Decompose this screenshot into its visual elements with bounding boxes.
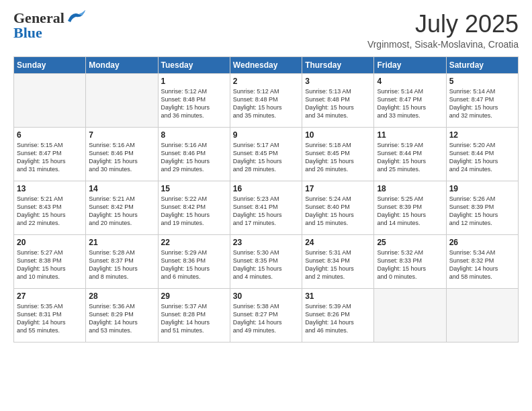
table-row: 18Sunrise: 5:25 AM Sunset: 8:39 PM Dayli… bbox=[374, 181, 446, 234]
day-number: 6 bbox=[17, 130, 83, 140]
cell-content: Sunrise: 5:19 AM Sunset: 8:44 PM Dayligh… bbox=[377, 141, 443, 174]
header-friday: Friday bbox=[374, 56, 446, 73]
calendar-week-row: 13Sunrise: 5:21 AM Sunset: 8:43 PM Dayli… bbox=[14, 181, 519, 234]
day-number: 20 bbox=[17, 238, 83, 247]
table-row: 25Sunrise: 5:32 AM Sunset: 8:33 PM Dayli… bbox=[374, 234, 446, 288]
day-number: 19 bbox=[449, 184, 515, 193]
cell-content: Sunrise: 5:14 AM Sunset: 8:47 PM Dayligh… bbox=[377, 87, 443, 120]
table-row: 12Sunrise: 5:20 AM Sunset: 8:44 PM Dayli… bbox=[446, 127, 518, 181]
cell-content: Sunrise: 5:31 AM Sunset: 8:34 PM Dayligh… bbox=[305, 248, 371, 281]
table-row: 23Sunrise: 5:30 AM Sunset: 8:35 PM Dayli… bbox=[230, 234, 302, 288]
day-number: 30 bbox=[233, 291, 299, 301]
cell-content: Sunrise: 5:36 AM Sunset: 8:29 PM Dayligh… bbox=[89, 302, 154, 335]
table-row: 1Sunrise: 5:12 AM Sunset: 8:48 PM Daylig… bbox=[158, 73, 230, 127]
day-number: 2 bbox=[233, 77, 299, 86]
month-year: July 2025 bbox=[367, 11, 519, 38]
table-row: 10Sunrise: 5:18 AM Sunset: 8:45 PM Dayli… bbox=[302, 127, 374, 181]
table-row: 19Sunrise: 5:26 AM Sunset: 8:39 PM Dayli… bbox=[446, 181, 518, 234]
calendar-week-row: 27Sunrise: 5:35 AM Sunset: 8:31 PM Dayli… bbox=[14, 288, 519, 342]
table-row bbox=[374, 288, 446, 342]
header: General Blue July 2025 Vrginmost, Sisak-… bbox=[13, 11, 519, 50]
table-row: 3Sunrise: 5:13 AM Sunset: 8:48 PM Daylig… bbox=[302, 73, 374, 127]
cell-content: Sunrise: 5:22 AM Sunset: 8:42 PM Dayligh… bbox=[161, 195, 227, 228]
table-row: 7Sunrise: 5:16 AM Sunset: 8:46 PM Daylig… bbox=[86, 127, 158, 181]
table-row: 27Sunrise: 5:35 AM Sunset: 8:31 PM Dayli… bbox=[14, 288, 86, 342]
header-tuesday: Tuesday bbox=[158, 56, 230, 73]
title-block: July 2025 Vrginmost, Sisak-Moslavina, Cr… bbox=[367, 11, 519, 50]
page: General Blue July 2025 Vrginmost, Sisak-… bbox=[0, 0, 532, 411]
table-row: 8Sunrise: 5:16 AM Sunset: 8:46 PM Daylig… bbox=[158, 127, 230, 181]
table-row: 5Sunrise: 5:14 AM Sunset: 8:47 PM Daylig… bbox=[446, 73, 518, 127]
table-row: 2Sunrise: 5:12 AM Sunset: 8:48 PM Daylig… bbox=[230, 73, 302, 127]
day-number: 26 bbox=[449, 238, 515, 247]
day-number: 21 bbox=[89, 238, 154, 247]
day-number: 7 bbox=[89, 130, 154, 140]
cell-content: Sunrise: 5:25 AM Sunset: 8:39 PM Dayligh… bbox=[377, 195, 443, 228]
day-number: 14 bbox=[89, 184, 154, 193]
day-number: 4 bbox=[377, 77, 443, 86]
table-row: 22Sunrise: 5:29 AM Sunset: 8:36 PM Dayli… bbox=[158, 234, 230, 288]
cell-content: Sunrise: 5:18 AM Sunset: 8:45 PM Dayligh… bbox=[305, 141, 371, 174]
day-number: 17 bbox=[305, 184, 371, 193]
table-row: 9Sunrise: 5:17 AM Sunset: 8:45 PM Daylig… bbox=[230, 127, 302, 181]
cell-content: Sunrise: 5:34 AM Sunset: 8:32 PM Dayligh… bbox=[449, 248, 515, 281]
cell-content: Sunrise: 5:32 AM Sunset: 8:33 PM Dayligh… bbox=[377, 248, 443, 281]
cell-content: Sunrise: 5:21 AM Sunset: 8:42 PM Dayligh… bbox=[89, 195, 154, 228]
day-number: 9 bbox=[233, 130, 299, 140]
cell-content: Sunrise: 5:28 AM Sunset: 8:37 PM Dayligh… bbox=[89, 248, 154, 281]
day-number: 24 bbox=[305, 238, 371, 247]
cell-content: Sunrise: 5:16 AM Sunset: 8:46 PM Dayligh… bbox=[161, 141, 227, 174]
cell-content: Sunrise: 5:35 AM Sunset: 8:31 PM Dayligh… bbox=[17, 302, 83, 335]
cell-content: Sunrise: 5:27 AM Sunset: 8:38 PM Dayligh… bbox=[17, 248, 83, 281]
cell-content: Sunrise: 5:37 AM Sunset: 8:28 PM Dayligh… bbox=[161, 302, 227, 335]
cell-content: Sunrise: 5:26 AM Sunset: 8:39 PM Dayligh… bbox=[449, 195, 515, 228]
table-row: 20Sunrise: 5:27 AM Sunset: 8:38 PM Dayli… bbox=[14, 234, 86, 288]
table-row: 14Sunrise: 5:21 AM Sunset: 8:42 PM Dayli… bbox=[86, 181, 158, 234]
day-number: 29 bbox=[161, 291, 227, 301]
table-row bbox=[446, 288, 518, 342]
cell-content: Sunrise: 5:23 AM Sunset: 8:41 PM Dayligh… bbox=[233, 195, 299, 228]
table-row: 26Sunrise: 5:34 AM Sunset: 8:32 PM Dayli… bbox=[446, 234, 518, 288]
cell-content: Sunrise: 5:13 AM Sunset: 8:48 PM Dayligh… bbox=[305, 87, 371, 120]
day-number: 11 bbox=[377, 130, 443, 140]
day-number: 25 bbox=[377, 238, 443, 247]
cell-content: Sunrise: 5:38 AM Sunset: 8:27 PM Dayligh… bbox=[233, 302, 299, 335]
day-number: 28 bbox=[89, 291, 154, 301]
day-number: 12 bbox=[449, 130, 515, 140]
day-number: 13 bbox=[17, 184, 83, 193]
calendar-week-row: 1Sunrise: 5:12 AM Sunset: 8:48 PM Daylig… bbox=[14, 73, 519, 127]
cell-content: Sunrise: 5:39 AM Sunset: 8:26 PM Dayligh… bbox=[305, 302, 371, 335]
cell-content: Sunrise: 5:12 AM Sunset: 8:48 PM Dayligh… bbox=[233, 87, 299, 120]
cell-content: Sunrise: 5:30 AM Sunset: 8:35 PM Dayligh… bbox=[233, 248, 299, 281]
day-number: 15 bbox=[161, 184, 227, 193]
cell-content: Sunrise: 5:12 AM Sunset: 8:48 PM Dayligh… bbox=[161, 87, 227, 120]
logo-bird-icon bbox=[66, 9, 87, 25]
cell-content: Sunrise: 5:24 AM Sunset: 8:40 PM Dayligh… bbox=[305, 195, 371, 228]
table-row bbox=[14, 73, 86, 127]
cell-content: Sunrise: 5:16 AM Sunset: 8:46 PM Dayligh… bbox=[89, 141, 154, 174]
logo-general: General bbox=[13, 11, 64, 26]
day-number: 22 bbox=[161, 238, 227, 247]
logo: General Blue bbox=[13, 11, 87, 40]
calendar-table: Sunday Monday Tuesday Wednesday Thursday… bbox=[13, 56, 519, 342]
day-number: 18 bbox=[377, 184, 443, 193]
table-row: 31Sunrise: 5:39 AM Sunset: 8:26 PM Dayli… bbox=[302, 288, 374, 342]
header-wednesday: Wednesday bbox=[230, 56, 302, 73]
calendar-week-row: 6Sunrise: 5:15 AM Sunset: 8:47 PM Daylig… bbox=[14, 127, 519, 181]
day-number: 8 bbox=[161, 130, 227, 140]
table-row: 29Sunrise: 5:37 AM Sunset: 8:28 PM Dayli… bbox=[158, 288, 230, 342]
calendar-header-row: Sunday Monday Tuesday Wednesday Thursday… bbox=[14, 56, 519, 73]
day-number: 27 bbox=[17, 291, 83, 301]
calendar-week-row: 20Sunrise: 5:27 AM Sunset: 8:38 PM Dayli… bbox=[14, 234, 519, 288]
header-thursday: Thursday bbox=[302, 56, 374, 73]
cell-content: Sunrise: 5:20 AM Sunset: 8:44 PM Dayligh… bbox=[449, 141, 515, 174]
cell-content: Sunrise: 5:14 AM Sunset: 8:47 PM Dayligh… bbox=[449, 87, 515, 120]
day-number: 10 bbox=[305, 130, 371, 140]
table-row: 15Sunrise: 5:22 AM Sunset: 8:42 PM Dayli… bbox=[158, 181, 230, 234]
cell-content: Sunrise: 5:15 AM Sunset: 8:47 PM Dayligh… bbox=[17, 141, 83, 174]
day-number: 1 bbox=[161, 77, 227, 86]
table-row bbox=[86, 73, 158, 127]
logo-blue: Blue bbox=[13, 24, 42, 41]
header-monday: Monday bbox=[86, 56, 158, 73]
day-number: 16 bbox=[233, 184, 299, 193]
